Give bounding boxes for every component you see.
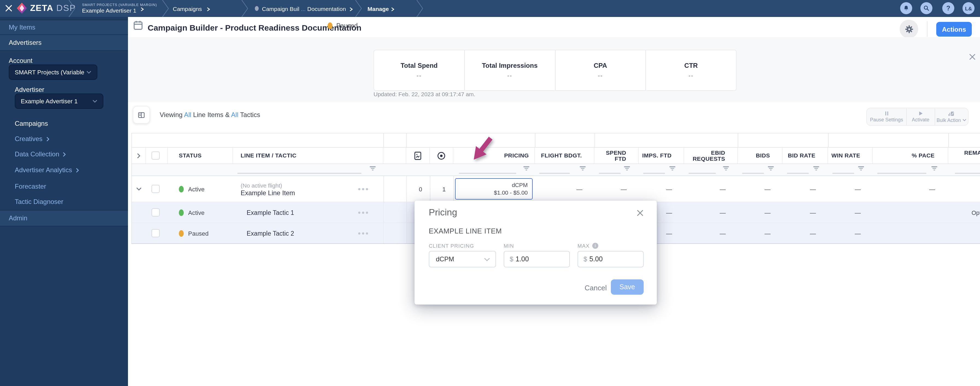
imps-ftd-value: — [639,176,684,202]
actions-button[interactable]: Actions [936,22,972,37]
column-header-line-item[interactable]: LINE ITEM / TACTIC [233,148,383,164]
row-tactic-name[interactable]: Example Tactic 1 [233,202,383,222]
modal-close-icon[interactable] [636,210,644,216]
column-header-imps-ftd[interactable]: IMPS. FTD [639,148,684,164]
row-status: Active [168,202,233,222]
sidebar-item-campaigns[interactable]: Campaigns [15,120,48,127]
bids-value: — [738,202,783,222]
filter-pricing[interactable] [453,164,535,175]
select-all-checkbox[interactable] [146,148,168,164]
expand-all-toggle[interactable] [132,148,146,164]
advertiser-select[interactable]: Example Advertiser 1 [15,94,103,109]
filter-line-item[interactable] [233,164,383,175]
chevron-right-icon [349,7,353,11]
stats-close-icon[interactable] [969,54,975,60]
activate-button[interactable]: Activate [906,108,934,125]
filter-remaining-bdgt[interactable] [948,164,980,175]
modal-line-item-name: EXAMPLE LINE ITEM [429,227,502,235]
notifications-button[interactable] [900,2,912,14]
filter-pct-pace[interactable] [873,164,948,175]
row-menu-button[interactable] [358,188,368,190]
breadcrumb-ellipsis: ... [301,5,306,12]
all-tactics-link[interactable]: All [231,111,239,119]
column-header-remaining-bdgt[interactable]: REMAINING BDGT. [948,148,980,164]
column-header-status[interactable]: STATUS [168,148,233,164]
row-menu-button[interactable] [358,232,368,234]
filter-bid-rate[interactable] [783,164,828,175]
checkbox-icon [151,151,160,160]
chevron-down-icon [92,100,97,103]
sidebar-item-advertisers[interactable]: Advertisers [0,35,128,51]
filter-spend-ftd[interactable] [595,164,639,175]
filter-win-rate[interactable] [828,164,873,175]
filter-bids[interactable] [738,164,783,175]
sidebar-item-data-collection[interactable]: Data Collection [15,150,67,158]
sidebar-item-admin[interactable]: Admin [0,210,128,226]
help-button[interactable]: ? [942,2,954,14]
currency-prefix: $ [584,255,587,263]
close-icon[interactable] [5,5,13,12]
filter-flight-bdgt[interactable] [535,164,595,175]
stat-total-spend: Total Spend-- [374,50,464,90]
settings-button[interactable] [900,20,918,38]
remaining-bdgt-value: Optimized [948,202,980,222]
stats-card: Total Spend-- Total Impressions-- CPA-- … [374,50,737,91]
bulk-action-button[interactable]: Bulk Action [934,108,968,125]
row-status: Paused [168,223,233,243]
breadcrumb-separator-icon [240,0,250,17]
chevron-down-icon [136,187,142,191]
row-status: Active [168,176,233,202]
column-header-targeting[interactable] [430,148,453,164]
search-button[interactable] [920,2,932,14]
min-price-input[interactable] [515,255,554,263]
row-checkbox[interactable] [146,223,168,243]
row-checkbox[interactable] [146,176,168,202]
stats-panel: Total Spend-- Total Impressions-- CPA-- … [128,37,980,102]
all-line-items-link[interactable]: All [184,111,191,119]
cancel-button[interactable]: Cancel [581,283,610,292]
campaign-status-text: Paused [336,22,358,29]
column-header-win-rate[interactable]: WIN RATE [828,148,873,164]
sidebar-item-my-items[interactable]: My Items [0,20,128,35]
breadcrumb-advertiser[interactable]: SMART PROJECTS (VARIABLE MARGIN) Example… [82,3,157,14]
column-header-creatives[interactable] [406,148,430,164]
breadcrumb-manage[interactable]: Manage [368,5,389,12]
sidebar-item-tactic-diagnoser[interactable]: Tactic Diagnoser [15,198,63,206]
breadcrumb-campaigns[interactable]: Campaigns [173,5,202,12]
avatar-initials: L& [965,5,972,11]
column-header-bids[interactable]: BIDS [738,148,783,164]
pricing-edit-cell[interactable]: dCPM $1.00 - $5.00 [455,178,533,200]
row-tactic-name[interactable]: Example Tactic 2 [233,223,383,243]
sidebar: My Items Advertisers Account SMART Proje… [0,17,128,386]
breadcrumb-campaign[interactable]: Campaign Buil ... Documentation [262,5,346,12]
sidebar-item-creatives[interactable]: Creatives [15,135,49,143]
column-header-pricing[interactable]: PRICING [453,148,535,164]
sidebar-item-forecaster[interactable]: Forecaster [15,183,46,190]
advertiser-label: Advertiser [15,86,44,94]
filter-icon [523,166,530,170]
filter-imps-ftd[interactable] [639,164,684,175]
row-checkbox[interactable] [146,202,168,222]
pause-settings-button[interactable]: Pause Settings [867,108,906,125]
table-header-row: STATUS LINE ITEM / TACTIC PRICING FLIGHT… [131,147,980,164]
bulk-edit-icon [948,111,955,116]
save-button[interactable]: Save [611,280,644,295]
pct-pace-value: — [873,176,948,202]
calendar-icon [134,20,143,30]
filter-ebid-requests[interactable] [684,164,738,175]
account-select[interactable]: SMART Projects (Variable M... [9,65,97,80]
row-line-item-name[interactable]: (No active flight) Example Line Item [233,176,383,202]
column-header-bid-rate[interactable]: BID RATE [783,148,828,164]
user-avatar[interactable]: L& [963,2,975,14]
row-menu-button[interactable] [358,211,368,213]
sidebar-item-advertiser-analytics[interactable]: Advertiser Analytics [15,166,79,174]
row-expand-toggle[interactable] [132,176,146,202]
column-settings-button[interactable] [133,106,150,124]
column-header-pct-pace[interactable]: % PACE [873,148,948,164]
max-price-input[interactable] [589,255,628,263]
target-icon [437,151,446,160]
column-header-ebid-requests[interactable]: EBID REQUESTS [684,148,738,164]
column-header-flight-bdgt[interactable]: FLIGHT BDGT. [535,148,595,164]
column-header-spend-ftd[interactable]: SPEND FTD [595,148,639,164]
client-pricing-select[interactable]: dCPM [429,251,496,267]
